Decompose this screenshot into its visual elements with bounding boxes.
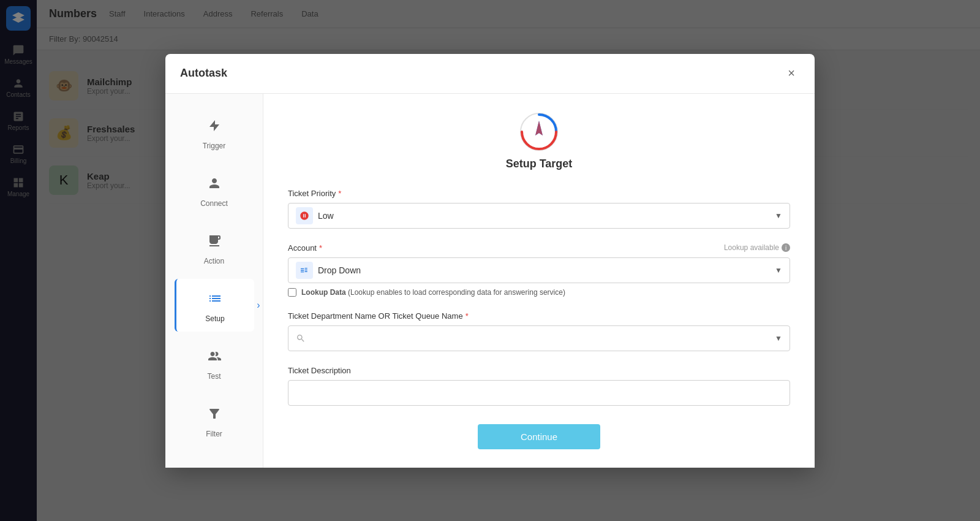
step-connect-label: Connect xyxy=(200,199,228,208)
lookup-available-text: Lookup available i xyxy=(724,243,790,252)
step-test-label: Test xyxy=(207,372,221,381)
ticket-desc-input[interactable] xyxy=(288,380,790,406)
lookup-data-checkbox[interactable] xyxy=(288,288,296,297)
ticket-dept-search[interactable]: ▼ xyxy=(288,325,790,351)
priority-field-icon xyxy=(296,207,313,224)
account-group: Account * Lookup available i Drop Down ▼ xyxy=(288,243,790,297)
account-dropdown-arrow: ▼ xyxy=(775,266,782,275)
priority-dropdown-arrow: ▼ xyxy=(775,211,782,220)
modal-overlay: Autotask × Trigger Connect xyxy=(0,0,980,521)
ticket-dept-group: Ticket Department Name OR Ticket Queue N… xyxy=(288,311,790,351)
lookup-data-label: Lookup Data (Lookup enables to load corr… xyxy=(301,288,565,297)
step-filter-label: Filter xyxy=(206,430,222,438)
steps-panel: Trigger Connect Action xyxy=(165,94,263,468)
trigger-icon xyxy=(203,115,225,137)
autotask-logo xyxy=(519,112,559,151)
step-filter[interactable]: Filter xyxy=(175,394,254,447)
ticket-desc-label: Ticket Description xyxy=(288,366,790,375)
step-connect[interactable]: Connect xyxy=(175,164,254,216)
dept-dropdown-arrow: ▼ xyxy=(775,334,782,343)
step-active-arrow: › xyxy=(257,300,260,311)
modal-body: Trigger Connect Action xyxy=(165,94,815,468)
setup-title: Setup Target xyxy=(506,158,573,170)
account-dropdown-value: Drop Down xyxy=(318,265,775,275)
setup-header: Setup Target xyxy=(288,112,790,170)
required-star-account: * xyxy=(319,243,322,253)
continue-button[interactable]: Continue xyxy=(478,424,600,449)
account-label: Account * Lookup available i xyxy=(288,243,790,253)
modal-close-button[interactable]: × xyxy=(783,65,800,82)
filter-icon xyxy=(203,403,225,425)
ticket-desc-group: Ticket Description xyxy=(288,366,790,406)
action-icon xyxy=(203,230,225,252)
required-star-dept: * xyxy=(466,311,469,321)
step-setup-label: Setup xyxy=(205,314,224,323)
svg-marker-2 xyxy=(535,121,543,135)
setup-content-panel: Setup Target Ticket Priority * Low ▼ xyxy=(263,94,815,468)
modal-header: Autotask × xyxy=(165,54,815,94)
ticket-priority-value: Low xyxy=(318,211,775,221)
modal-title: Autotask xyxy=(180,67,227,80)
lookup-data-row: Lookup Data (Lookup enables to load corr… xyxy=(288,288,790,297)
required-star-priority: * xyxy=(338,189,341,198)
step-trigger[interactable]: Trigger xyxy=(175,106,254,159)
lookup-info-icon: i xyxy=(782,243,790,252)
step-action[interactable]: Action xyxy=(175,221,254,274)
connect-icon xyxy=(203,172,225,194)
test-icon xyxy=(203,345,225,367)
ticket-priority-label: Ticket Priority * xyxy=(288,189,790,198)
setup-icon xyxy=(204,287,226,310)
step-test[interactable]: Test xyxy=(175,337,254,389)
ticket-dept-label: Ticket Department Name OR Ticket Queue N… xyxy=(288,311,790,321)
step-setup[interactable]: Setup › xyxy=(175,279,254,332)
account-dropdown[interactable]: Drop Down ▼ xyxy=(288,257,790,283)
ticket-priority-dropdown[interactable]: Low ▼ xyxy=(288,203,790,229)
step-trigger-label: Trigger xyxy=(203,142,226,150)
step-action-label: Action xyxy=(204,257,224,265)
ticket-priority-group: Ticket Priority * Low ▼ xyxy=(288,189,790,229)
account-field-icon xyxy=(296,262,313,279)
autotask-modal: Autotask × Trigger Connect xyxy=(165,54,815,468)
